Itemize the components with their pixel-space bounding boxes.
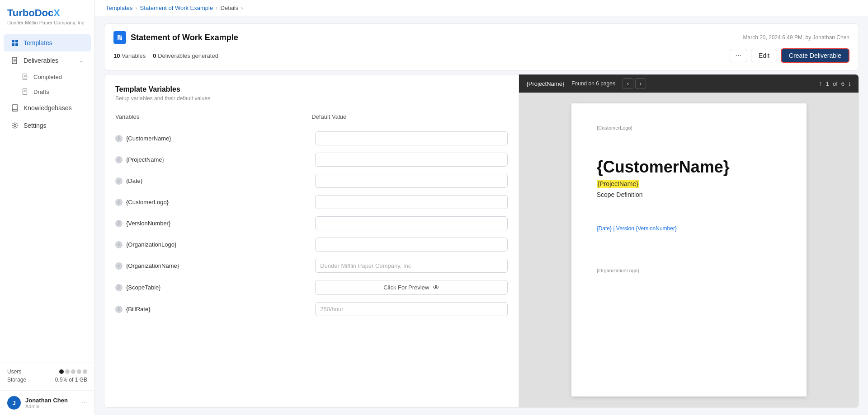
- table-row: i{VersionNumber}: [115, 213, 508, 234]
- gear-icon: [11, 121, 19, 130]
- file-icon: [11, 56, 19, 65]
- preview-content: {CustomerLogo} {CustomerName} {ProjectNa…: [519, 93, 859, 407]
- sidebar-item-completed-label: Completed: [33, 74, 62, 80]
- prev-arrow-button[interactable]: ‹: [623, 78, 633, 89]
- variable-name-text: {ScopeTable}: [126, 284, 161, 291]
- user-more-icon[interactable]: ···: [81, 399, 87, 407]
- variable-name-text: {ProjectName}: [126, 156, 164, 163]
- sidebar-item-settings[interactable]: Settings: [4, 117, 91, 134]
- logo-text: TurboDocX: [7, 7, 60, 19]
- company-name: Dunder Mifflin Paper Company, Inc: [7, 20, 87, 25]
- avatar-initial: J: [12, 400, 15, 406]
- page-total: 6: [841, 80, 844, 87]
- info-icon[interactable]: i: [115, 199, 123, 206]
- table-row: i{CustomerName}: [115, 128, 508, 149]
- variables-stat: 10 Variables: [113, 52, 146, 59]
- users-label: Users: [7, 368, 21, 375]
- preview-panel: {ProjectName} Found on 6 pages ‹ › ↑ 1 o…: [519, 75, 859, 407]
- next-arrow-button[interactable]: ›: [635, 78, 646, 89]
- sidebar-item-templates[interactable]: Templates: [4, 34, 91, 51]
- variable-input[interactable]: [315, 131, 508, 145]
- dot-4: [77, 369, 81, 374]
- more-button[interactable]: ···: [730, 49, 747, 62]
- doc-icon: [113, 31, 126, 44]
- table-row: i{Date}: [115, 170, 508, 191]
- search-term: {ProjectName}: [526, 80, 564, 87]
- user-name: Jonathan Chen: [25, 397, 77, 404]
- chevron-down-icon: ⌄: [79, 57, 84, 64]
- sidebar-item-drafts-label: Drafts: [33, 89, 49, 95]
- preview-page: {CustomerLogo} {CustomerName} {ProjectNa…: [571, 103, 807, 396]
- sidebar-item-knowledgebases-label: Knowledgebases: [24, 104, 72, 112]
- variable-input[interactable]: [315, 153, 508, 167]
- svg-rect-2: [12, 43, 14, 46]
- table-row: i{BillRate}: [115, 298, 508, 320]
- page-up-button[interactable]: ↑: [819, 80, 822, 87]
- dot-3: [71, 369, 75, 374]
- sidebar-item-drafts[interactable]: Drafts: [4, 84, 91, 99]
- template-stats: 10 Variables 0 Deliverables generated: [113, 52, 218, 59]
- main-content: Templates › Statement of Work Example › …: [95, 0, 868, 415]
- dot-5: [83, 369, 87, 374]
- info-icon[interactable]: i: [115, 262, 123, 270]
- click-for-preview-field[interactable]: Click For Preview👁: [315, 280, 508, 295]
- variable-name-cell: i{ScopeTable}: [115, 284, 308, 291]
- sidebar-item-settings-label: Settings: [24, 122, 47, 129]
- info-icon[interactable]: i: [115, 306, 123, 313]
- info-icon[interactable]: i: [115, 241, 123, 248]
- info-icon[interactable]: i: [115, 177, 123, 185]
- avatar: J: [7, 396, 21, 410]
- user-row[interactable]: J Jonathan Chen Admin ···: [0, 390, 94, 415]
- storage-value: 0.5% of 1 GB: [55, 377, 87, 383]
- variables-count: 10: [113, 52, 120, 59]
- draft-doc-icon: [22, 88, 29, 95]
- variables-table: Variables Default Value i{CustomerName}i…: [115, 111, 508, 320]
- grid-icon: [11, 39, 19, 47]
- variable-input[interactable]: [315, 302, 508, 316]
- page-down-button[interactable]: ↓: [848, 80, 851, 87]
- table-row: i{ProjectName}: [115, 149, 508, 170]
- template-title-area: Statement of Work Example: [113, 31, 238, 44]
- variable-input[interactable]: [315, 216, 508, 230]
- info-icon[interactable]: i: [115, 135, 123, 142]
- template-header-card: Statement of Work Example March 20, 2024…: [104, 23, 859, 70]
- sidebar-item-completed[interactable]: Completed: [4, 70, 91, 84]
- sidebar-item-deliverables-label: Deliverables: [24, 57, 58, 64]
- storage-row: Storage 0.5% of 1 GB: [7, 377, 87, 383]
- sidebar-item-deliverables[interactable]: Deliverables ⌄: [4, 52, 91, 69]
- users-dots: [59, 369, 87, 374]
- breadcrumb-template-name[interactable]: Statement of Work Example: [140, 5, 213, 11]
- variables-header: Variables Default Value: [115, 111, 508, 123]
- edit-button[interactable]: Edit: [751, 49, 777, 62]
- variable-input[interactable]: [315, 174, 508, 188]
- panel-subtitle: Setup variables and their default values: [115, 95, 508, 102]
- found-text: Found on 6 pages: [571, 80, 615, 87]
- logo-area: TurboDocX Dunder Mifflin Paper Company, …: [0, 0, 94, 29]
- create-deliverable-button[interactable]: Create Deliverable: [781, 48, 849, 63]
- table-row: i{CustomerLogo}: [115, 191, 508, 213]
- variable-name-text: {OrganizationName}: [126, 262, 179, 269]
- breadcrumb-templates[interactable]: Templates: [106, 5, 132, 11]
- variable-input[interactable]: [315, 195, 508, 209]
- info-icon[interactable]: i: [115, 284, 123, 291]
- dot-1: [59, 369, 64, 374]
- variable-input[interactable]: [315, 238, 508, 252]
- template-date: March 20, 2024 6:49 PM, by Jonathan Chen: [743, 34, 849, 41]
- nav-items: Templates Deliverables ⌄ Completed: [0, 29, 94, 363]
- variable-name-cell: i{BillRate}: [115, 306, 308, 313]
- svg-rect-0: [12, 40, 14, 42]
- variable-input[interactable]: [315, 259, 508, 273]
- content-panels: Template Variables Setup variables and t…: [104, 74, 859, 408]
- info-icon[interactable]: i: [115, 156, 123, 163]
- preview-org-logo-var: {OrganizationLogo}: [597, 268, 781, 273]
- variable-name-cell: i{VersionNumber}: [115, 220, 308, 227]
- table-row: i{ScopeTable}Click For Preview👁: [115, 276, 508, 298]
- variable-name-text: {OrganizationLogo}: [126, 241, 176, 248]
- info-icon[interactable]: i: [115, 220, 123, 227]
- eye-icon: 👁: [433, 284, 439, 291]
- page-nav: ↑ 1 of 6 ↓: [819, 80, 851, 87]
- template-header-bottom: 10 Variables 0 Deliverables generated ··…: [113, 48, 849, 63]
- sidebar-item-knowledgebases[interactable]: Knowledgebases: [4, 99, 91, 117]
- sidebar-item-templates-label: Templates: [24, 39, 52, 47]
- page-of: of: [833, 80, 838, 87]
